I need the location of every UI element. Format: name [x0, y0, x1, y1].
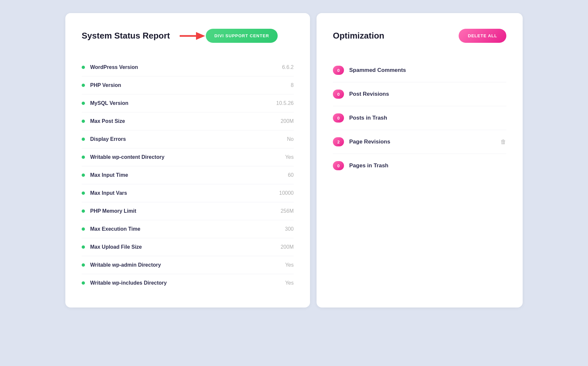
svg-marker-1: [196, 32, 205, 40]
status-item-label: Max Upload File Size: [90, 244, 142, 250]
status-item-value: 10.5.26: [276, 100, 294, 106]
status-item-value: 200M: [281, 118, 294, 124]
opt-item: 0 Post Revisions: [333, 82, 506, 106]
status-dot: [82, 102, 85, 105]
status-item-left: Writable wp-includes Directory: [82, 280, 167, 286]
status-item: Max Input Time 60: [82, 166, 294, 184]
status-dot: [82, 138, 85, 141]
status-item: Max Post Size 200M: [82, 112, 294, 130]
status-item-left: Writable wp-content Directory: [82, 154, 164, 160]
status-dot: [82, 66, 85, 69]
opt-item-label: Spammed Comments: [349, 67, 506, 74]
opt-item-label: Page Revisions: [349, 139, 495, 145]
status-item-label: MySQL Version: [90, 100, 128, 106]
status-item-label: Writable wp-includes Directory: [90, 280, 167, 286]
status-item: Max Input Vars 10000: [82, 184, 294, 202]
system-status-card: System Status Report DIVI SUPPORT CENTER…: [65, 13, 310, 308]
status-item: Writable wp-content Directory Yes: [82, 148, 294, 166]
status-dot: [82, 281, 85, 285]
status-item-label: Writable wp-admin Directory: [90, 262, 161, 268]
opt-item: 0 Pages in Trash: [333, 154, 506, 177]
status-item-left: WordPress Version: [82, 64, 138, 70]
opt-item: 0 Posts in Trash: [333, 106, 506, 130]
status-dot: [82, 120, 85, 123]
optimization-title: Optimization: [333, 31, 384, 41]
status-dot: [82, 156, 85, 159]
status-item-value: 8: [291, 82, 294, 88]
status-item-left: PHP Memory Limit: [82, 208, 136, 214]
support-center-button[interactable]: DIVI SUPPORT CENTER: [206, 29, 278, 43]
status-item: MySQL Version 10.5.26: [82, 94, 294, 112]
opt-item-label: Post Revisions: [349, 91, 506, 97]
status-dot: [82, 263, 85, 267]
status-item: Max Execution Time 300: [82, 220, 294, 238]
status-item-label: PHP Memory Limit: [90, 208, 136, 214]
status-item: Writable wp-includes Directory Yes: [82, 274, 294, 292]
status-item-value: 300: [285, 226, 294, 232]
status-item-value: 10000: [279, 190, 294, 196]
status-item-left: Display Errors: [82, 136, 126, 142]
status-item: PHP Memory Limit 256M: [82, 202, 294, 220]
status-dot: [82, 227, 85, 231]
status-item-value: Yes: [285, 154, 294, 160]
status-item-label: PHP Version: [90, 82, 121, 88]
status-item-left: MySQL Version: [82, 100, 128, 106]
status-item-left: Writable wp-admin Directory: [82, 262, 161, 268]
status-item: PHP Version 8: [82, 76, 294, 94]
page-wrapper: System Status Report DIVI SUPPORT CENTER…: [65, 13, 523, 308]
status-item-left: Max Upload File Size: [82, 244, 142, 250]
status-item-label: Max Input Time: [90, 172, 128, 178]
status-item-value: 256M: [281, 208, 294, 214]
optimization-list: 0 Spammed Comments 0 Post Revisions 0 Po…: [333, 58, 506, 177]
right-header: Optimization DELETE ALL: [333, 29, 506, 43]
opt-badge: 0: [333, 90, 344, 99]
status-item-value: Yes: [285, 280, 294, 286]
arrow-icon: [180, 29, 206, 42]
status-dot: [82, 191, 85, 195]
opt-badge: 0: [333, 161, 344, 170]
arrow-button-group: DIVI SUPPORT CENTER: [180, 29, 278, 43]
status-item-label: Max Post Size: [90, 118, 125, 124]
status-dot: [82, 174, 85, 177]
status-item-label: Max Input Vars: [90, 190, 127, 196]
opt-badge: 0: [333, 113, 344, 123]
status-item: Display Errors No: [82, 130, 294, 148]
system-status-title: System Status Report: [82, 31, 170, 41]
status-dot: [82, 84, 85, 87]
status-item: Max Upload File Size 200M: [82, 238, 294, 256]
status-item-label: WordPress Version: [90, 64, 138, 70]
status-item-left: PHP Version: [82, 82, 121, 88]
status-item-value: 60: [288, 172, 294, 178]
opt-badge: 0: [333, 66, 344, 75]
status-list: WordPress Version 6.6.2 PHP Version 8 My…: [82, 58, 294, 292]
status-item-value: No: [287, 136, 294, 142]
status-dot: [82, 245, 85, 249]
opt-item: 2 Page Revisions 🗑: [333, 130, 506, 154]
status-item-label: Display Errors: [90, 136, 126, 142]
status-item-label: Max Execution Time: [90, 226, 140, 232]
status-item-left: Max Post Size: [82, 118, 125, 124]
opt-item-label: Pages in Trash: [349, 162, 506, 169]
trash-icon[interactable]: 🗑: [500, 139, 506, 145]
status-item: Writable wp-admin Directory Yes: [82, 256, 294, 274]
opt-item-label: Posts in Trash: [349, 115, 506, 121]
status-dot: [82, 209, 85, 213]
status-item: WordPress Version 6.6.2: [82, 58, 294, 76]
delete-all-button[interactable]: DELETE ALL: [459, 29, 506, 43]
status-item-value: 6.6.2: [282, 64, 294, 70]
status-item-left: Max Execution Time: [82, 226, 140, 232]
opt-item: 0 Spammed Comments: [333, 58, 506, 82]
left-header: System Status Report DIVI SUPPORT CENTER: [82, 29, 294, 43]
status-item-left: Max Input Time: [82, 172, 128, 178]
status-item-left: Max Input Vars: [82, 190, 127, 196]
status-item-value: Yes: [285, 262, 294, 268]
optimization-card: Optimization DELETE ALL 0 Spammed Commen…: [317, 13, 523, 308]
status-item-label: Writable wp-content Directory: [90, 154, 164, 160]
status-item-value: 200M: [281, 244, 294, 250]
opt-badge: 2: [333, 137, 344, 146]
